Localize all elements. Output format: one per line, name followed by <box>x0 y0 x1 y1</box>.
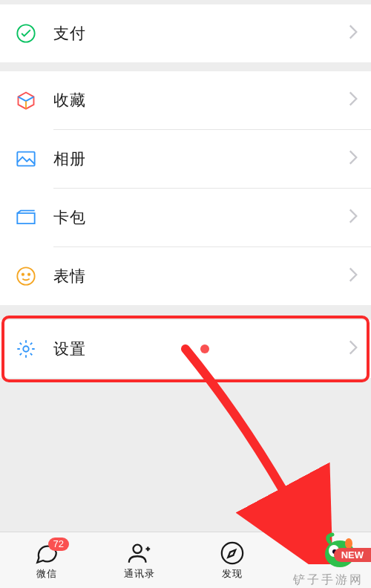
menu-pay[interactable]: 支付 <box>0 4 371 62</box>
svg-point-3 <box>22 274 24 275</box>
tab-label: 发现 <box>222 567 243 581</box>
svg-point-5 <box>23 346 28 351</box>
pay-icon <box>15 22 37 45</box>
menu-label: 收藏 <box>53 90 349 111</box>
menu-favorites[interactable]: 收藏 <box>0 71 371 129</box>
tab-discover[interactable]: 发现 <box>186 540 278 581</box>
person-icon <box>312 547 338 572</box>
chevron-right-icon <box>349 91 358 109</box>
tab-chat[interactable]: 72 微信 <box>0 540 93 581</box>
menu-settings[interactable]: 设置 <box>0 320 371 378</box>
chevron-right-icon <box>349 267 358 285</box>
watermark-brand: 铲子手游网 <box>293 572 364 588</box>
menu-stickers[interactable]: 表情 <box>0 247 371 305</box>
tab-label: 微信 <box>36 567 57 581</box>
svg-point-6 <box>133 544 141 552</box>
chevron-right-icon <box>349 150 358 168</box>
menu-label: 相册 <box>53 148 349 169</box>
tab-label: 通讯录 <box>124 567 155 581</box>
contacts-icon <box>127 540 152 566</box>
stickers-icon <box>15 265 37 287</box>
gear-icon <box>15 338 37 360</box>
tab-contacts[interactable]: 通讯录 <box>93 540 186 581</box>
cards-icon <box>15 206 37 229</box>
menu-label: 支付 <box>53 23 349 44</box>
svg-point-2 <box>17 267 34 284</box>
menu-label: 设置 <box>53 339 193 359</box>
menu-label: 卡包 <box>53 207 349 228</box>
chevron-right-icon <box>349 340 358 358</box>
badge-count: 72 <box>48 538 69 551</box>
compass-icon <box>220 540 245 566</box>
chevron-right-icon <box>349 209 358 226</box>
menu-cards[interactable]: 卡包 <box>0 189 371 246</box>
chevron-right-icon <box>349 24 358 42</box>
svg-point-7 <box>221 542 242 563</box>
menu-album[interactable]: 相册 <box>0 130 371 188</box>
menu-label: 表情 <box>53 266 349 287</box>
svg-point-4 <box>28 274 30 275</box>
album-icon <box>15 148 37 170</box>
notification-dot <box>200 344 209 353</box>
favorites-icon <box>15 89 37 111</box>
new-pill: NEW <box>334 548 371 562</box>
